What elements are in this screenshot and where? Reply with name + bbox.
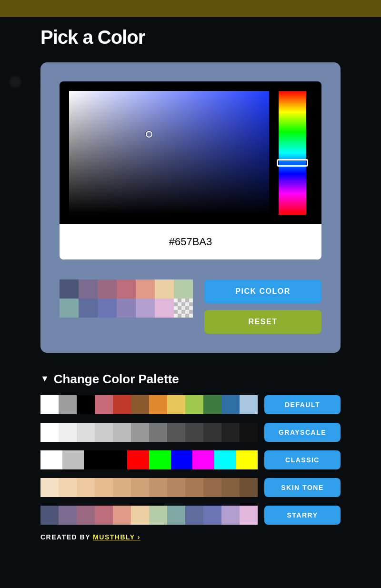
reset-button[interactable]: RESET <box>204 310 321 334</box>
palette-section-label: Change Color Palette <box>54 372 179 387</box>
swatch[interactable] <box>155 279 174 299</box>
palette-select-button[interactable]: CLASSIC <box>264 450 341 469</box>
swatch[interactable] <box>79 279 98 299</box>
palette-color[interactable] <box>221 506 240 525</box>
palette-color[interactable] <box>214 450 236 469</box>
palette-row: STARRY <box>40 506 341 525</box>
palette-strip[interactable] <box>40 506 258 525</box>
swatch[interactable] <box>136 279 155 299</box>
palette-color[interactable] <box>240 395 258 414</box>
palette-color[interactable] <box>40 395 59 414</box>
palette-color[interactable] <box>167 395 185 414</box>
palette-color[interactable] <box>59 478 77 497</box>
swatch[interactable] <box>174 299 193 318</box>
palette-color[interactable] <box>113 423 131 442</box>
palette-color[interactable] <box>127 450 149 469</box>
palette-color[interactable] <box>77 395 95 414</box>
swatch[interactable] <box>98 299 117 318</box>
palette-color[interactable] <box>221 478 240 497</box>
palette-color[interactable] <box>59 506 77 525</box>
palette-select-button[interactable]: STARRY <box>264 506 341 525</box>
palette-color[interactable] <box>95 478 113 497</box>
sv-cursor[interactable] <box>146 131 152 138</box>
palette-section-title[interactable]: ▼ Change Color Palette <box>40 372 341 387</box>
palette-color[interactable] <box>131 478 149 497</box>
palette-color[interactable] <box>131 506 149 525</box>
palette-strip[interactable] <box>40 395 258 414</box>
palette-color[interactable] <box>40 423 59 442</box>
saturation-value-area[interactable] <box>69 91 269 215</box>
swatch[interactable] <box>117 279 136 299</box>
swatch[interactable] <box>79 299 98 318</box>
palette-color[interactable] <box>40 506 59 525</box>
palette-color[interactable] <box>149 450 171 469</box>
palette-color[interactable] <box>77 423 95 442</box>
palette-color[interactable] <box>240 423 258 442</box>
palette-color[interactable] <box>185 395 203 414</box>
palette-row: SKIN TONE <box>40 478 341 497</box>
swatch[interactable] <box>60 279 79 299</box>
palette-strip[interactable] <box>40 478 258 497</box>
palette-color[interactable] <box>167 506 185 525</box>
palette-color[interactable] <box>167 423 185 442</box>
palette-color[interactable] <box>62 450 84 469</box>
palette-color[interactable] <box>106 450 128 469</box>
palette-select-button[interactable]: DEFAULT <box>264 395 341 414</box>
palette-color[interactable] <box>240 478 258 497</box>
palette-color[interactable] <box>95 395 113 414</box>
palette-color[interactable] <box>167 478 185 497</box>
palette-color[interactable] <box>149 423 167 442</box>
palette-color[interactable] <box>113 478 131 497</box>
palette-color[interactable] <box>59 395 77 414</box>
swatch[interactable] <box>117 299 136 318</box>
palette-color[interactable] <box>185 478 203 497</box>
palette-color[interactable] <box>59 423 77 442</box>
top-banner <box>0 0 381 17</box>
palette-color[interactable] <box>77 506 95 525</box>
swatch[interactable] <box>60 299 79 318</box>
palette-color[interactable] <box>84 450 106 469</box>
palette-row: DEFAULT <box>40 395 341 414</box>
palette-color[interactable] <box>203 423 221 442</box>
palette-color[interactable] <box>95 423 113 442</box>
credit-line: CREATED BY MUSTHBLY › <box>40 533 341 541</box>
palette-select-button[interactable]: SKIN TONE <box>264 478 341 497</box>
palette-color[interactable] <box>113 506 131 525</box>
palette-color[interactable] <box>221 423 240 442</box>
color-picker-card: #657BA3 PICK COLOR RESET <box>40 62 341 353</box>
palette-color[interactable] <box>203 478 221 497</box>
palette-color[interactable] <box>185 506 203 525</box>
palette-color[interactable] <box>149 506 167 525</box>
palette-color[interactable] <box>95 506 113 525</box>
hue-slider[interactable] <box>279 91 306 215</box>
palette-color[interactable] <box>203 506 221 525</box>
swatch[interactable] <box>136 299 155 318</box>
pick-color-button[interactable]: PICK COLOR <box>204 279 321 303</box>
palette-color[interactable] <box>185 423 203 442</box>
palette-color[interactable] <box>40 478 59 497</box>
hue-thumb[interactable] <box>277 159 308 167</box>
palette-color[interactable] <box>149 395 167 414</box>
swatch[interactable] <box>174 279 193 299</box>
swatch[interactable] <box>98 279 117 299</box>
swatch[interactable] <box>155 299 174 318</box>
palette-color[interactable] <box>221 395 240 414</box>
palette-color[interactable] <box>236 450 258 469</box>
palette-strip[interactable] <box>40 423 258 442</box>
palette-row: CLASSIC <box>40 450 341 469</box>
palette-select-button[interactable]: GRAYSCALE <box>264 423 341 442</box>
palette-color[interactable] <box>113 395 131 414</box>
palette-color[interactable] <box>203 395 221 414</box>
palette-color[interactable] <box>131 395 149 414</box>
palette-color[interactable] <box>131 423 149 442</box>
triangle-down-icon: ▼ <box>40 374 49 384</box>
palette-color[interactable] <box>149 478 167 497</box>
palette-strip[interactable] <box>40 450 258 469</box>
palette-color[interactable] <box>77 478 95 497</box>
palette-color[interactable] <box>240 506 258 525</box>
credit-author-link[interactable]: MUSTHBLY › <box>93 533 140 541</box>
hex-readout[interactable]: #657BA3 <box>60 224 321 259</box>
palette-color[interactable] <box>40 450 62 469</box>
palette-color[interactable] <box>192 450 214 469</box>
palette-color[interactable] <box>171 450 193 469</box>
